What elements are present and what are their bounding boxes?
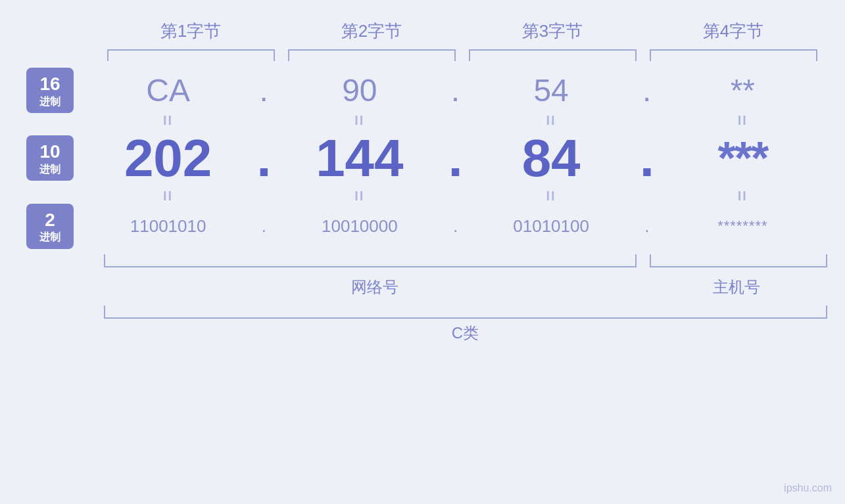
bracket-top-4 [650,49,817,61]
eq-cells-2: II II II II [85,189,845,204]
host-bracket [650,254,827,267]
bin-b3-value: 01010100 [513,216,589,237]
eq1-b3: II [469,113,634,128]
watermark: ipshu.com [784,482,832,494]
main-container: 第1字节 第2字节 第3字节 第4字节 16 进制 CA . 90 [0,0,845,504]
hex-b4-value: ** [731,72,755,108]
bin-b1-cell: 11001010 [85,216,251,237]
dec-b3-cell: 84 [469,128,634,189]
hex-dot1: . [251,72,277,108]
hex-b4-cell: ** [660,72,825,108]
dec-b4-cell: *** [660,132,825,185]
eq-row-1: II II II II [0,113,845,128]
top-brackets [101,49,824,61]
bracket-top-2 [288,49,456,61]
hex-b1-value: CA [146,72,190,108]
bin-b4-value: ******** [717,218,768,235]
class-bracket [104,306,827,319]
byte3-header: 第3字节 [462,20,643,43]
eq1-b4: II [660,113,825,128]
eq-row-2: II II II II [0,189,845,204]
byte4-header: 第4字节 [643,20,824,43]
dec-cells: 202 . 144 . 84 . *** [85,128,845,189]
eq1-b2: II [277,113,442,128]
bin-row-wrapper: 2 进制 11001010 . 10010000 . 01010100 . [0,204,845,249]
hex-b2-value: 90 [342,72,377,108]
dec-dot3: . [634,128,660,189]
dec-b1-value: 202 [124,128,212,189]
dec-b4-value: *** [718,132,768,185]
dec-badge-num: 10 [29,141,71,163]
hex-cells: CA . 90 . 54 . ** [85,72,845,108]
dec-label-wrapper: 10 进制 [0,135,85,181]
hex-b3-cell: 54 [469,72,634,108]
hex-dot2: . [443,72,469,108]
network-label: 网络号 [104,277,646,298]
network-host-labels: 网络号 主机号 [104,277,827,298]
dec-b2-value: 144 [316,128,403,189]
hex-badge: 16 进制 [26,68,74,113]
eq2-b1: II [85,189,251,204]
hex-b3-value: 54 [533,72,568,108]
bin-cells: 11001010 . 10010000 . 01010100 . *******… [85,216,845,237]
hex-badge-num: 16 [29,73,71,95]
hex-row-wrapper: 16 进制 CA . 90 . 54 . ** [0,68,845,113]
bin-b3-cell: 01010100 [469,216,634,237]
bin-badge-label: 进制 [29,231,71,243]
bracket-top-1 [107,49,275,61]
bin-b1-value: 11001010 [130,216,206,237]
dec-dot2: . [443,128,469,189]
bin-badge-num: 2 [29,209,71,231]
bin-dot3: . [634,216,660,237]
byte1-header: 第1字节 [101,20,281,43]
dec-badge: 10 进制 [26,135,74,181]
bin-dot1: . [251,216,277,237]
hex-badge-label: 进制 [29,95,71,108]
dec-b2-cell: 144 [277,128,442,189]
bin-label-wrapper: 2 进制 [0,204,85,249]
eq2-b3: II [469,189,634,204]
byte-headers: 第1字节 第2字节 第3字节 第4字节 [101,20,824,43]
bottom-brackets-row [104,254,827,274]
eq2-b2: II [277,189,442,204]
eq2-b4: II [660,189,825,204]
bin-dot2: . [443,216,469,237]
class-label: C类 [104,323,827,344]
hex-b2-cell: 90 [277,72,442,108]
dec-badge-label: 进制 [29,163,71,175]
host-label: 主机号 [646,277,827,298]
dec-b1-cell: 202 [85,128,251,189]
eq-cells-1: II II II II [85,113,845,128]
byte2-header: 第2字节 [281,20,462,43]
dec-row-wrapper: 10 进制 202 . 144 . 84 . *** [0,128,845,189]
network-bracket [104,254,637,267]
dec-dot1: . [251,128,277,189]
dec-b3-value: 84 [522,128,581,189]
bracket-top-3 [469,49,637,61]
eq1-b1: II [85,113,251,128]
hex-dot3: . [634,72,660,108]
bin-badge: 2 进制 [26,204,74,249]
bin-b2-cell: 10010000 [277,216,442,237]
bin-b4-cell: ******** [660,218,825,235]
bin-b2-value: 10010000 [322,216,398,237]
hex-b1-cell: CA [85,72,251,108]
hex-label-wrapper: 16 进制 [0,68,85,113]
